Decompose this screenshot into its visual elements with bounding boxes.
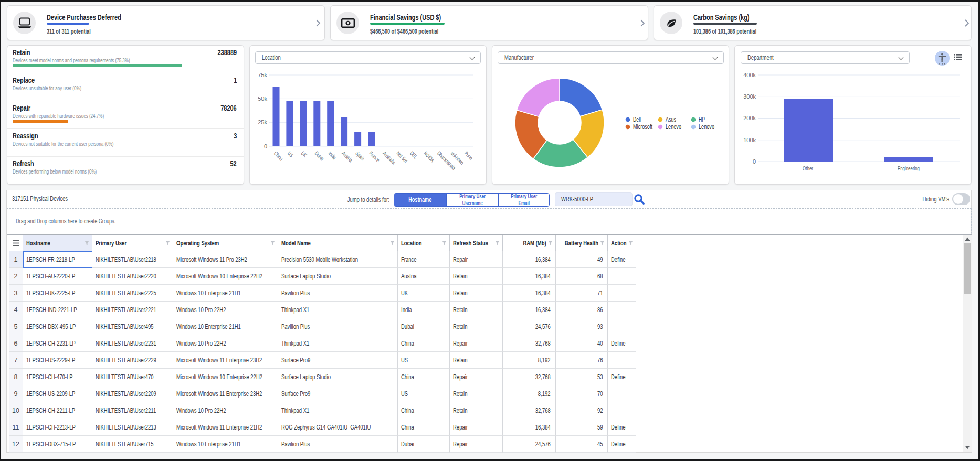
svg-text:India: India	[327, 150, 338, 160]
svg-text:Spain: Spain	[354, 150, 366, 162]
svg-text:25k: 25k	[258, 119, 267, 125]
svg-text:100k: 100k	[743, 137, 756, 143]
svg-text:75k: 75k	[258, 72, 267, 78]
svg-text:Not Set: Not Set	[395, 150, 409, 164]
svg-text:400k: 400k	[743, 72, 756, 78]
svg-text:NOIDA: NOIDA	[423, 150, 436, 163]
svg-text:UK: UK	[300, 150, 308, 158]
svg-text:Lenovo: Lenovo	[699, 123, 714, 131]
svg-text:200k: 200k	[743, 115, 756, 121]
svg-text:China: China	[273, 150, 285, 162]
svg-text:Austria: Austria	[341, 150, 354, 163]
svg-text:Other: Other	[803, 165, 813, 171]
svg-text:France: France	[368, 150, 381, 163]
svg-text:300k: 300k	[743, 93, 756, 100]
svg-text:Asus: Asus	[666, 116, 676, 123]
svg-text:HP: HP	[699, 116, 705, 123]
svg-text:Pune: Pune	[463, 150, 475, 161]
svg-text:Lenevo: Lenevo	[666, 123, 681, 131]
svg-text:DEL: DEL	[409, 150, 419, 160]
svg-text:US: US	[286, 150, 294, 158]
svg-text:50k: 50k	[258, 95, 267, 102]
svg-text:Microsoft: Microsoft	[633, 123, 652, 131]
svg-text:Dell: Dell	[633, 116, 641, 123]
svg-text:0: 0	[264, 143, 267, 149]
svg-text:Dubai: Dubai	[313, 150, 325, 162]
svg-text:0: 0	[753, 158, 756, 165]
svg-text:Australia: Australia	[382, 150, 397, 165]
svg-text:Engineering: Engineering	[898, 165, 920, 171]
